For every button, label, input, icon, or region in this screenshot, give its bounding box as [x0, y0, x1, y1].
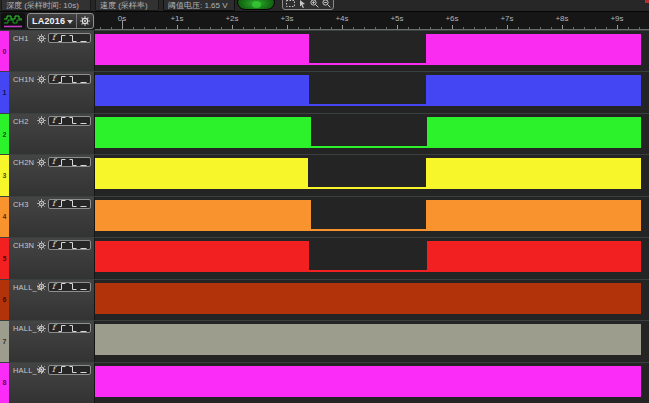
ruler-tick: [155, 27, 156, 29]
channel-trigger-pill: f: [48, 116, 91, 126]
channel-name: CH2: [13, 117, 29, 126]
low-level-icon[interactable]: [80, 241, 87, 250]
rising-edge-icon[interactable]: [58, 34, 66, 43]
start-capture-button[interactable]: [237, 0, 275, 10]
waveform-segment-high: [426, 200, 641, 231]
channel-waveform-ch2[interactable]: [95, 114, 649, 154]
freq-icon[interactable]: f: [52, 117, 55, 125]
gear-icon[interactable]: [37, 282, 46, 291]
gear-icon[interactable]: [37, 75, 46, 84]
channel-index: 0: [3, 48, 7, 55]
zoom-in-icon[interactable]: [309, 0, 319, 8]
channel-header-hall_w[interactable]: 8HALL_Wf: [0, 363, 95, 403]
ruler-tick: [254, 27, 255, 29]
falling-edge-icon[interactable]: [69, 241, 77, 250]
ruler-tick: [287, 25, 288, 29]
channel-header-hall_v[interactable]: 7HALL_Vf: [0, 321, 95, 361]
gear-icon[interactable]: [37, 116, 46, 125]
channel-waveform-ch1n[interactable]: [95, 72, 649, 112]
gear-icon[interactable]: [37, 324, 46, 333]
freq-icon[interactable]: f: [52, 34, 55, 42]
rising-edge-icon[interactable]: [58, 365, 66, 374]
ruler-tick: [540, 27, 541, 29]
device-selector[interactable]: LA2016: [27, 13, 94, 29]
freq-icon[interactable]: f: [52, 283, 55, 291]
channel-trigger-pill: f: [48, 323, 91, 333]
sample-depth-chip[interactable]: 深度 (采样时间: 10s): [1, 0, 91, 11]
low-level-icon[interactable]: [80, 199, 87, 208]
time-ruler[interactable]: 0s+1s+2s+3s+4s+5s+6s+7s+8s+9s: [95, 12, 649, 30]
falling-edge-icon[interactable]: [69, 282, 77, 291]
low-level-icon[interactable]: [80, 75, 87, 84]
channel-header-ch3[interactable]: 4CH3f: [0, 197, 95, 237]
gear-icon[interactable]: [37, 158, 46, 167]
cursor-icon[interactable]: [297, 0, 307, 8]
waveform-segment-high: [95, 241, 309, 272]
device-settings-gear-icon[interactable]: [77, 16, 93, 26]
rising-edge-icon[interactable]: [58, 199, 66, 208]
channel-waveform-hall_w[interactable]: [95, 363, 649, 403]
falling-edge-icon[interactable]: [69, 199, 77, 208]
channel-header-ch1[interactable]: 0CH1f: [0, 31, 95, 71]
ruler-tick: [375, 27, 376, 29]
low-level-icon[interactable]: [80, 158, 87, 167]
channel-waveform-ch2n[interactable]: [95, 155, 649, 195]
freq-icon[interactable]: f: [52, 75, 55, 83]
channel-color-stripe: 7: [0, 321, 9, 361]
low-level-icon[interactable]: [80, 282, 87, 291]
gear-icon[interactable]: [37, 34, 46, 43]
rising-edge-icon[interactable]: [58, 75, 66, 84]
gear-icon[interactable]: [37, 365, 46, 374]
ruler-tick: [298, 27, 299, 29]
gear-icon[interactable]: [37, 199, 46, 208]
falling-edge-icon[interactable]: [69, 365, 77, 374]
low-level-icon[interactable]: [80, 324, 87, 333]
channel-header-ch2n[interactable]: 3CH2Nf: [0, 155, 95, 195]
low-level-icon[interactable]: [80, 34, 87, 43]
channel-header-ch3n[interactable]: 5CH3Nf: [0, 238, 95, 278]
freq-icon[interactable]: f: [52, 158, 55, 166]
channel-header-ch1n[interactable]: 1CH1Nf: [0, 72, 95, 112]
freq-icon[interactable]: f: [52, 200, 55, 208]
freq-icon[interactable]: f: [52, 241, 55, 249]
channel-waveform-ch3n[interactable]: [95, 238, 649, 278]
rising-edge-icon[interactable]: [58, 324, 66, 333]
zoom-out-icon[interactable]: [321, 0, 331, 8]
channel-row-ch3: 4CH3f: [0, 196, 649, 237]
low-level-icon[interactable]: [80, 116, 87, 125]
rising-edge-icon[interactable]: [58, 116, 66, 125]
low-level-icon[interactable]: [80, 365, 87, 374]
gear-icon[interactable]: [37, 241, 46, 250]
falling-edge-icon[interactable]: [69, 116, 77, 125]
falling-edge-icon[interactable]: [69, 75, 77, 84]
channel-icon-group: f: [37, 365, 91, 375]
freq-icon[interactable]: f: [52, 366, 55, 374]
channel-color-stripe: 2: [0, 114, 9, 154]
threshold-voltage-chip[interactable]: 阈值电压: 1.65 V: [163, 0, 235, 11]
falling-edge-icon[interactable]: [69, 158, 77, 167]
rising-edge-icon[interactable]: [58, 158, 66, 167]
device-ruler-row: LA2016 0s+1s+2: [0, 12, 649, 30]
falling-edge-icon[interactable]: [69, 324, 77, 333]
channel-color-stripe: 8: [0, 363, 9, 403]
freq-icon[interactable]: f: [52, 324, 55, 332]
sample-rate-chip[interactable]: 速度 (采样率): [95, 0, 159, 11]
channel-header-ch2[interactable]: 2CH2f: [0, 114, 95, 154]
channel-header-hall_u[interactable]: 6HALL_Uf: [0, 280, 95, 320]
rising-edge-icon[interactable]: [58, 241, 66, 250]
channel-waveform-hall_u[interactable]: [95, 280, 649, 320]
ruler-tick-label: +6s: [441, 14, 463, 23]
waveform-segment-high: [427, 241, 641, 272]
ruler-tick: [111, 27, 112, 29]
channel-name: CH2N: [13, 158, 34, 167]
ruler-tick: [595, 27, 596, 29]
rising-edge-icon[interactable]: [58, 282, 66, 291]
start-capture-glyph: [252, 1, 261, 8]
selection-box-icon[interactable]: [285, 0, 295, 8]
ruler-tick: [606, 27, 607, 29]
falling-edge-icon[interactable]: [69, 34, 77, 43]
channel-waveform-ch1[interactable]: [95, 31, 649, 71]
channel-waveform-hall_v[interactable]: [95, 321, 649, 361]
channel-waveform-ch3[interactable]: [95, 197, 649, 237]
ruler-tick: [419, 27, 420, 29]
